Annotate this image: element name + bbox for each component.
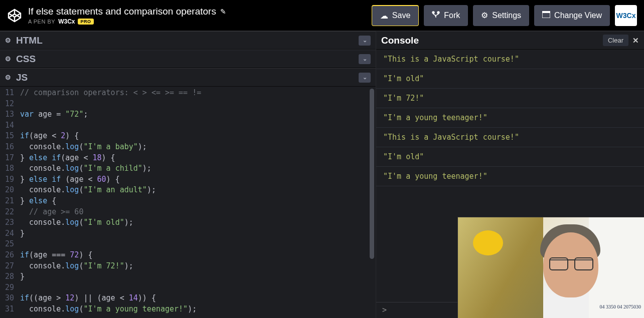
console-title: Console bbox=[381, 35, 419, 46]
html-panel-label: HTML bbox=[16, 35, 43, 46]
code-line[interactable]: } bbox=[20, 228, 376, 239]
scrollbar-thumb[interactable] bbox=[370, 89, 374, 259]
change-view-button[interactable]: Change View bbox=[534, 5, 610, 26]
svg-rect-1 bbox=[542, 11, 550, 13]
console-line: "I'm a young teenager!" bbox=[376, 167, 644, 186]
editors-column: ⚙ HTML ⌄ ⚙ CSS ⌄ ⚙ JS ⌄ 1112131415161718… bbox=[0, 31, 376, 318]
chevron-down-icon[interactable]: ⌄ bbox=[359, 73, 371, 83]
pro-badge: PRO bbox=[78, 19, 93, 25]
settings-button[interactable]: ⚙ Settings bbox=[473, 5, 529, 26]
settings-label: Settings bbox=[492, 11, 521, 20]
css-panel-label: CSS bbox=[16, 54, 36, 65]
code-line[interactable] bbox=[20, 120, 376, 131]
line-number: 26 bbox=[0, 250, 17, 261]
code-area[interactable]: // comparison operators: < > <= >= == !=… bbox=[17, 87, 376, 318]
js-editor[interactable]: 1112131415161718192021222324252627282930… bbox=[0, 87, 376, 318]
line-number: 25 bbox=[0, 239, 17, 250]
js-panel-label: JS bbox=[16, 72, 28, 83]
line-number: 14 bbox=[0, 120, 17, 131]
console-line: "I'm 72!" bbox=[376, 89, 644, 108]
code-line[interactable]: console.log("I'm 72!"); bbox=[20, 261, 376, 272]
code-line[interactable]: console.log("I'm a child"); bbox=[20, 163, 376, 174]
code-line[interactable]: } else if(age < 18) { bbox=[20, 153, 376, 164]
line-number: 17 bbox=[0, 153, 17, 164]
by-prefix: A PEN BY bbox=[28, 19, 55, 25]
line-number: 18 bbox=[0, 163, 17, 174]
line-number: 23 bbox=[0, 217, 17, 228]
code-line[interactable]: var age = "72"; bbox=[20, 109, 376, 120]
line-number: 28 bbox=[0, 271, 17, 282]
code-line[interactable]: } else { bbox=[20, 196, 376, 207]
code-line[interactable]: // age >= 60 bbox=[20, 207, 376, 218]
change-view-label: Change View bbox=[554, 11, 602, 20]
console-line: "This is a JavaScript course!" bbox=[376, 50, 644, 69]
console-line: "I'm old" bbox=[376, 147, 644, 167]
line-number: 31 bbox=[0, 304, 17, 315]
code-line[interactable]: console.log("I'm old"); bbox=[20, 217, 376, 228]
w3c-profile-icon[interactable]: W3Cx bbox=[615, 5, 637, 26]
chevron-down-icon[interactable]: ⌄ bbox=[359, 54, 371, 64]
cloud-icon: ☁ bbox=[380, 11, 388, 21]
gear-icon[interactable]: ⚙ bbox=[5, 55, 11, 63]
console-header: Console Clear ✕ bbox=[376, 31, 644, 50]
line-number: 19 bbox=[0, 174, 17, 185]
line-number: 20 bbox=[0, 185, 17, 196]
code-line[interactable]: console.log("I'm a baby"); bbox=[20, 142, 376, 153]
close-icon[interactable]: ✕ bbox=[632, 36, 639, 45]
js-panel-header[interactable]: ⚙ JS ⌄ bbox=[0, 68, 376, 87]
title-block: If else statements and comparison operat… bbox=[28, 6, 226, 25]
line-number: 13 bbox=[0, 109, 17, 120]
author-link[interactable]: W3Cx bbox=[58, 18, 75, 25]
save-button[interactable]: ☁ Save bbox=[372, 5, 419, 26]
code-line[interactable] bbox=[20, 282, 376, 293]
line-number: 16 bbox=[0, 142, 17, 153]
fork-label: Fork bbox=[444, 11, 460, 20]
line-number: 22 bbox=[0, 207, 17, 218]
code-line[interactable]: console.log("I'm an adult"); bbox=[20, 185, 376, 196]
code-line[interactable]: if(age < 2) { bbox=[20, 131, 376, 142]
pen-title[interactable]: If else statements and comparison operat… bbox=[28, 6, 216, 17]
gear-icon[interactable]: ⚙ bbox=[5, 37, 11, 44]
code-line[interactable]: // comparison operators: < > <= >= == != bbox=[20, 88, 376, 99]
chevron-down-icon[interactable]: ⌄ bbox=[359, 36, 371, 46]
whiteboard-scribble: 04 3350 04 2075030 bbox=[600, 303, 641, 310]
console-line: "This is a JavaScript course!" bbox=[376, 128, 644, 147]
gear-icon: ⚙ bbox=[481, 11, 488, 20]
app-header: If else statements and comparison operat… bbox=[0, 0, 644, 31]
fork-button[interactable]: Fork bbox=[424, 5, 468, 26]
save-label: Save bbox=[392, 11, 410, 20]
clear-button[interactable]: Clear bbox=[603, 35, 628, 46]
code-line[interactable]: } else if (age < 60) { bbox=[20, 174, 376, 185]
code-line[interactable]: if((age > 12) || (age < 14)) { bbox=[20, 293, 376, 304]
code-line[interactable]: console.log("I'm a young teenager!"); bbox=[20, 304, 376, 315]
fork-icon bbox=[432, 11, 440, 21]
layout-icon bbox=[542, 11, 550, 20]
line-number: 29 bbox=[0, 282, 17, 293]
code-line[interactable] bbox=[20, 99, 376, 110]
line-number: 12 bbox=[0, 99, 17, 110]
code-line[interactable] bbox=[20, 239, 376, 250]
line-number: 21 bbox=[0, 196, 17, 207]
console-line: "I'm a young teenager!" bbox=[376, 108, 644, 128]
line-number: 11 bbox=[0, 88, 17, 99]
code-line[interactable]: if(age === 72) { bbox=[20, 250, 376, 261]
line-gutter: 1112131415161718192021222324252627282930… bbox=[0, 87, 17, 318]
css-panel-header[interactable]: ⚙ CSS ⌄ bbox=[0, 50, 376, 68]
line-number: 30 bbox=[0, 293, 17, 304]
console-line: "I'm old" bbox=[376, 69, 644, 89]
edit-title-icon[interactable]: ✎ bbox=[220, 8, 226, 16]
code-line[interactable]: } bbox=[20, 271, 376, 282]
html-panel-header[interactable]: ⚙ HTML ⌄ bbox=[0, 31, 376, 50]
line-number: 24 bbox=[0, 228, 17, 239]
webcam-overlay: 04 3350 04 2075030 bbox=[457, 217, 644, 318]
line-number: 27 bbox=[0, 261, 17, 272]
gear-icon[interactable]: ⚙ bbox=[5, 74, 11, 81]
line-number: 15 bbox=[0, 131, 17, 142]
codepen-logo-icon[interactable] bbox=[7, 8, 22, 23]
